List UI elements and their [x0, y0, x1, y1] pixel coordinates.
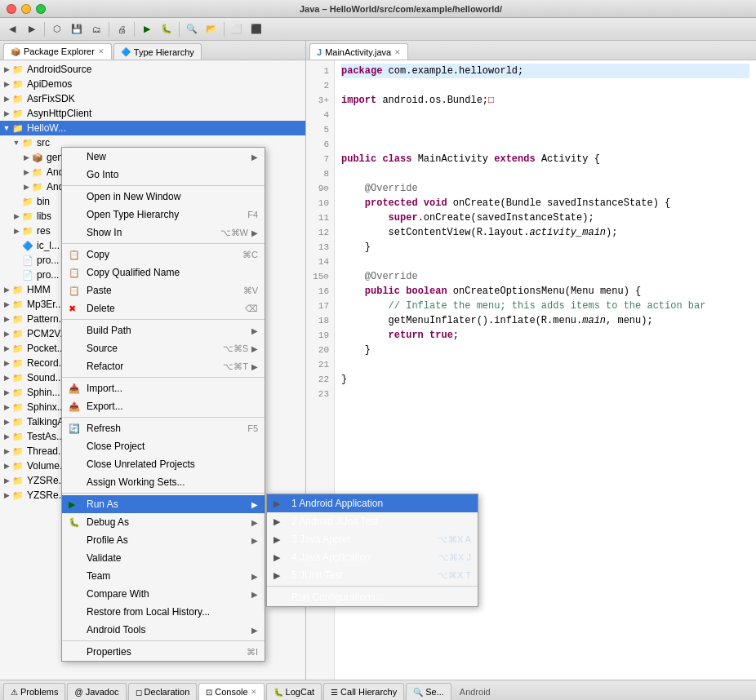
submenu-arrow: ▶ — [251, 536, 258, 545]
line-num-17: 17 — [311, 299, 329, 313]
tab-package-explorer[interactable]: 📦 Package Explorer ✕ — [3, 43, 112, 60]
tab-type-hierarchy[interactable]: 🔷 Type Hierarchy — [113, 43, 202, 60]
submenu-item-junit-test[interactable]: ▶ 5 JUnit Test ⌥⌘X T — [267, 566, 478, 584]
menu-item-go-into[interactable]: Go Into — [62, 166, 265, 184]
tab-console[interactable]: ⊡ Console ✕ — [198, 683, 264, 700]
menu-item-properties[interactable]: Properties ⌘I — [62, 643, 265, 661]
tree-label: AsrFixSDK — [27, 93, 75, 104]
menu-item-open-type-hierarchy[interactable]: Open Type Hierarchy F4 — [62, 206, 265, 224]
menu-item-show-in[interactable]: Show In ⌥⌘W ▶ — [62, 224, 265, 241]
tree-label: bin — [37, 196, 50, 207]
tree-item-asrfix[interactable]: ▶ 📁 AsrFixSDK — [0, 91, 305, 106]
menu-item-close-unrelated[interactable]: Close Unrelated Projects — [62, 455, 265, 473]
tab-main-activity[interactable]: J MainActivity.java ✕ — [309, 43, 408, 60]
menu-item-build-path[interactable]: Build Path ▶ — [62, 321, 265, 339]
window-controls[interactable] — [7, 4, 46, 14]
tree-arrow: ▶ — [2, 300, 11, 308]
menu-item-import[interactable]: 📥 Import... — [62, 379, 265, 397]
submenu-arrow: ▶ — [251, 344, 258, 353]
submenu-item-android-app[interactable]: ▶ 1 Android Application — [267, 494, 478, 512]
context-menu[interactable]: New ▶ Go Into Open in New Window Open Ty… — [61, 147, 265, 662]
submenu-item-java-applet[interactable]: ▶ 3 Java Applet ⌥⌘X A — [267, 530, 478, 548]
menu-item-close-project[interactable]: Close Project — [62, 437, 265, 455]
folder-icon: 📁 — [21, 136, 34, 149]
tree-arrow: ▶ — [2, 315, 11, 323]
editor-tab-close[interactable]: ✕ — [394, 48, 401, 56]
tab-call-hierarchy[interactable]: ☰ Call Hierarchy — [323, 683, 404, 700]
shortcut: ⌥⌘X T — [438, 570, 471, 581]
folder-icon: 📁 — [11, 415, 24, 428]
menu-item-restore-local[interactable]: Restore from Local History... — [62, 603, 265, 621]
toolbar-save[interactable]: 💾 — [68, 20, 86, 38]
debug-as-icon: 🐛 — [69, 517, 83, 528]
run-as-submenu[interactable]: ▶ 1 Android Application ▶ 2 Android JUni… — [266, 494, 478, 607]
menu-item-android-tools[interactable]: Android Tools ▶ — [62, 621, 265, 639]
menu-item-debug-as[interactable]: 🐛 Debug As ▶ — [62, 513, 265, 531]
submenu-arrow: ▶ — [251, 228, 258, 237]
menu-item-paste[interactable]: 📋 Paste ⌘V — [62, 281, 265, 299]
menu-item-compare-with[interactable]: Compare With ▶ — [62, 585, 265, 603]
minimize-button[interactable] — [21, 4, 31, 14]
tree-item-api-demos[interactable]: ▶ 📁 ApiDemos — [0, 77, 305, 91]
menu-item-export[interactable]: 📤 Export... — [62, 397, 265, 415]
tree-label: pro... — [37, 269, 59, 281]
package-explorer-close[interactable]: ✕ — [98, 47, 105, 55]
tab-logcat[interactable]: 🐛 LogCat — [266, 683, 322, 700]
folder-icon: 📁 — [11, 327, 24, 340]
tab-search[interactable]: 🔍 Se... — [406, 683, 451, 700]
tree-item-asynchttp[interactable]: ▶ 📁 AsynHttpClient — [0, 106, 305, 121]
menu-item-open-new-window[interactable]: Open in New Window — [62, 188, 265, 206]
folder-icon: 📁 — [21, 210, 34, 223]
menu-item-source[interactable]: Source ⌥⌘S ▶ — [62, 339, 265, 357]
tab-javadoc[interactable]: @ Javadoc — [67, 683, 126, 700]
toolbar-print[interactable]: 🖨 — [113, 20, 131, 38]
tree-arrow: ▶ — [2, 359, 11, 367]
submenu-item-run-configs[interactable]: Run Configurations... — [267, 588, 478, 606]
tab-search-label: Se... — [425, 687, 444, 697]
menu-item-validate[interactable]: Validate — [62, 549, 265, 567]
menu-item-refresh[interactable]: 🔄 Refresh F5 — [62, 419, 265, 437]
toolbar-run[interactable]: ▶ — [138, 20, 156, 38]
code-line-8 — [341, 166, 749, 181]
menu-item-assign-working-sets[interactable]: Assign Working Sets... — [62, 473, 265, 491]
menu-item-copy-qualified[interactable]: 📋 Copy Qualified Name — [62, 264, 265, 281]
tree-arrow: ▶ — [2, 286, 11, 294]
toolbar-forward[interactable]: ▶ — [23, 20, 41, 38]
menu-item-profile-as[interactable]: Profile As ▶ — [62, 531, 265, 549]
toolbar-perspective-2[interactable]: ⬛ — [247, 20, 265, 38]
toolbar-perspective[interactable]: ⬜ — [228, 20, 246, 38]
tab-declaration[interactable]: ◻ Declaration — [128, 683, 198, 700]
close-button[interactable] — [7, 4, 16, 14]
code-line-21 — [341, 357, 749, 372]
tab-problems[interactable]: ⚠ Problems — [3, 683, 65, 700]
tab-problems-label: Problems — [20, 687, 58, 697]
menu-item-delete[interactable]: ✖ Delete ⌫ — [62, 299, 265, 317]
maximize-button[interactable] — [36, 4, 46, 14]
menu-item-run-as[interactable]: ▶ Run As ▶ ▶ 1 Android Application ▶ 2 A… — [62, 495, 265, 513]
refresh-icon: 🔄 — [69, 423, 83, 434]
toolbar-open[interactable]: 📂 — [202, 20, 220, 38]
line-num-1: 1 — [311, 64, 329, 78]
tree-arrow: ▶ — [21, 153, 31, 162]
submenu-item-java-app[interactable]: ▶ 4 Java Application ⌥⌘X J — [267, 548, 478, 566]
menu-item-team[interactable]: Team ▶ — [62, 567, 265, 585]
toolbar-save-all[interactable]: 🗂 — [87, 20, 105, 38]
folder-icon: 📁 — [11, 401, 24, 414]
declaration-icon: ◻ — [136, 688, 142, 697]
toolbar-new[interactable]: ⬡ — [48, 20, 66, 38]
code-line-7: public class MainActivity extends Activi… — [341, 152, 749, 166]
console-close[interactable]: ✕ — [251, 688, 257, 696]
bottom-bar: ⚠ Problems @ Javadoc ◻ Declaration ⊡ Con… — [0, 680, 756, 700]
toolbar-back[interactable]: ◀ — [3, 20, 21, 38]
java-applet-icon: ▶ — [273, 534, 288, 545]
menu-item-new[interactable]: New ▶ — [62, 148, 265, 166]
menu-item-copy[interactable]: 📋 Copy ⌘C — [62, 246, 265, 264]
submenu-item-android-junit[interactable]: ▶ 2 Android JUnit Test — [267, 512, 478, 530]
toolbar-debug[interactable]: 🐛 — [158, 20, 176, 38]
folder-icon: 📁 — [11, 459, 24, 472]
toolbar-separator-2 — [109, 22, 109, 37]
menu-item-refactor[interactable]: Refactor ⌥⌘T ▶ — [62, 357, 265, 375]
tree-item-android-source[interactable]: ▶ 📁 AndroidSource — [0, 62, 305, 77]
toolbar-search[interactable]: 🔍 — [183, 20, 201, 38]
tree-item-helloworld[interactable]: ▼ 📁 HelloW... — [0, 121, 305, 135]
